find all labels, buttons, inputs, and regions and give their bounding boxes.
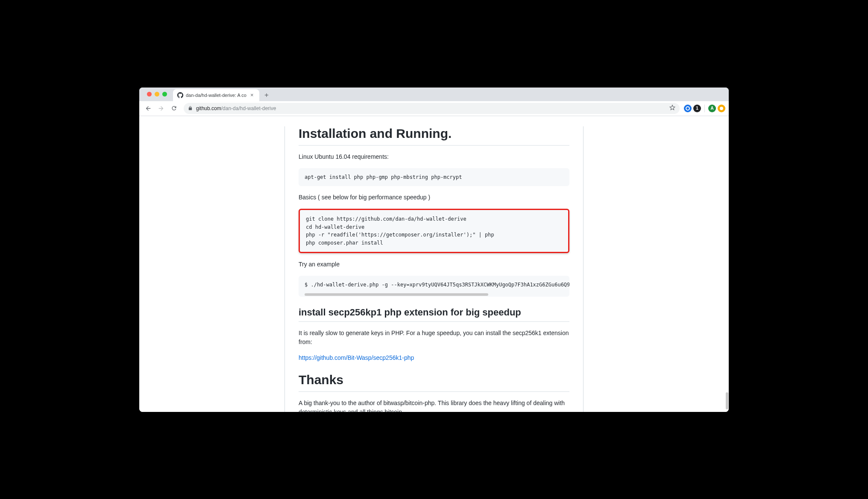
heading-thanks: Thanks (299, 373, 569, 392)
heading-secp256k1: install secp256kp1 php extension for big… (299, 307, 569, 322)
link-secp256k1-php[interactable]: https://github.com/Bit-Wasp/secp256k1-ph… (299, 354, 414, 361)
horizontal-scrollbar[interactable] (305, 293, 488, 296)
svg-point-0 (686, 107, 689, 110)
toolbar-separator (704, 105, 705, 112)
profile-avatar[interactable]: A (708, 105, 716, 112)
text-secp256k1: It is really slow to generate keys in PH… (299, 329, 569, 347)
text-try-example: Try an example (299, 260, 569, 269)
heading-installation: Installation and Running. (299, 126, 569, 146)
code-block-basics[interactable]: git clone https://github.com/dan-da/hd-w… (299, 209, 569, 253)
back-button[interactable] (143, 103, 154, 114)
close-tab-button[interactable]: × (249, 92, 255, 98)
code-block-example[interactable]: $ ./hd-wallet-derive.php -g --key=xprv9t… (299, 276, 569, 297)
extension-icon-1[interactable] (684, 105, 692, 112)
browser-toolbar: github.com/dan-da/hd-wallet-derive 1 A (139, 101, 729, 116)
page-content[interactable]: Installation and Running. Linux Ubuntu 1… (139, 116, 729, 412)
extension-icon-3[interactable] (718, 105, 725, 112)
url-text: github.com/dan-da/hd-wallet-derive (196, 105, 276, 111)
maximize-window-button[interactable] (162, 92, 167, 96)
bookmark-star-icon[interactable] (669, 105, 675, 112)
tab-title: dan-da/hd-wallet-derive: A co (186, 93, 246, 98)
code-block-requirements[interactable]: apt-get install php php-gmp php-mbstring… (299, 168, 569, 187)
window-controls (143, 88, 171, 101)
text-basics: Basics ( see below for big performance s… (299, 193, 569, 202)
tab-bar: dan-da/hd-wallet-derive: A co × + (139, 88, 729, 101)
close-window-button[interactable] (147, 92, 152, 96)
reload-button[interactable] (168, 103, 179, 114)
new-tab-button[interactable]: + (261, 90, 272, 101)
text-thanks: A big thank-you to the author of bitwasp… (299, 399, 569, 411)
svg-point-1 (720, 107, 723, 110)
minimize-window-button[interactable] (155, 92, 159, 96)
text-requirements: Linux Ubuntu 16.04 requirements: (299, 152, 569, 161)
readme-content: Installation and Running. Linux Ubuntu 1… (299, 126, 569, 412)
extension-icon-2[interactable]: 1 (693, 105, 701, 112)
browser-tab[interactable]: dan-da/hd-wallet-derive: A co × (173, 89, 259, 101)
vertical-scrollbar[interactable] (726, 392, 728, 409)
lock-icon (188, 106, 193, 111)
forward-button[interactable] (155, 103, 167, 114)
address-bar[interactable]: github.com/dan-da/hd-wallet-derive (184, 103, 680, 114)
github-favicon-icon (177, 92, 183, 98)
browser-window: dan-da/hd-wallet-derive: A co × + github… (139, 88, 729, 412)
